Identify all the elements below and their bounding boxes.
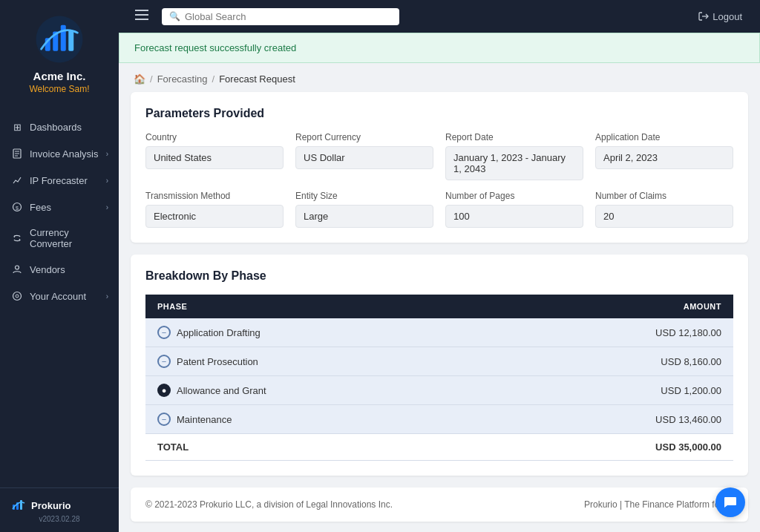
sidebar: Acme Inc. Welcome Sam! ⊞ Dashboards Invo… — [0, 0, 119, 532]
brand-logo-area: Prokurio — [10, 497, 108, 513]
sidebar-item-label: IP Forecaster — [30, 175, 88, 186]
breakdown-title: Breakdown By Phase — [145, 269, 733, 283]
forecaster-icon — [10, 174, 24, 187]
param-entity-size-value: Large — [295, 205, 433, 228]
param-transmission-method: Transmission Method Electronic — [145, 191, 284, 228]
welcome-text: Welcome Sam! — [29, 84, 89, 94]
breadcrumb-forecasting[interactable]: Forecasting — [157, 73, 208, 85]
parameters-title: Parameters Provided — [145, 107, 733, 120]
sidebar-item-label: Invoice Analysis — [30, 148, 99, 160]
param-entity-size-label: Entity Size — [295, 191, 433, 201]
sidebar-item-fees[interactable]: $ Fees › — [0, 194, 119, 220]
param-country: Country United States — [145, 132, 284, 180]
sidebar-item-label: Vendors — [30, 264, 65, 275]
param-transmission-value: Electronic — [145, 205, 284, 228]
logout-icon — [698, 11, 709, 22]
param-application-date: Application Date April 2, 2023 — [595, 132, 733, 180]
top-header: 🔍 Logout — [119, 0, 760, 33]
brand-name: Prokurio — [31, 500, 71, 511]
hamburger-menu-icon[interactable] — [131, 8, 153, 24]
param-report-date: Report Date January 1, 2023 - January 1,… — [445, 132, 583, 180]
phase-name: Maintenance — [177, 414, 232, 425]
sidebar-logo-area: Acme Inc. Welcome Sam! — [0, 0, 119, 109]
page-content: Forecast request successfully created 🏠 … — [119, 33, 760, 532]
page-footer: © 2021-2023 Prokurio LLC, a division of … — [131, 487, 748, 522]
breakdown-table: PHASE AMOUNT − Application Drafting USD … — [145, 295, 733, 461]
logout-button[interactable]: Logout — [692, 8, 748, 25]
phase-name: Application Drafting — [177, 327, 261, 338]
param-report-currency-value: US Dollar — [295, 146, 433, 169]
phase-icon-app-drafting: − — [157, 326, 171, 339]
chevron-right-icon: › — [106, 150, 108, 158]
sidebar-item-vendors[interactable]: Vendors — [0, 256, 119, 283]
sidebar-item-label: Dashboards — [30, 122, 82, 133]
invoice-icon — [10, 147, 24, 160]
success-message: Forecast request successfully created — [134, 42, 296, 53]
chat-icon — [723, 495, 738, 510]
param-country-value: United States — [145, 146, 284, 169]
search-input[interactable] — [185, 11, 392, 22]
phase-name-cell: ● Allowance and Grant — [145, 376, 496, 405]
phase-icon-allowance: ● — [157, 384, 171, 397]
sidebar-nav: ⊞ Dashboards Invoice Analysis › IP Forec… — [0, 109, 119, 487]
sidebar-item-label: Fees — [30, 202, 51, 213]
account-icon — [10, 289, 24, 303]
svg-rect-3 — [61, 25, 66, 51]
phase-amount-cell: USD 8,160.00 — [496, 347, 733, 376]
col-phase: PHASE — [145, 295, 496, 318]
brand-icon — [10, 497, 27, 513]
param-application-date-value: April 2, 2023 — [595, 146, 733, 169]
svg-rect-4 — [68, 30, 73, 51]
sidebar-item-label: Currency Converter — [30, 227, 108, 249]
footer-right-text: Prokurio | The Finance Platform for IP — [584, 499, 733, 510]
param-claims-label: Number of Claims — [595, 191, 733, 201]
chevron-right-icon: › — [106, 203, 108, 211]
phase-name: Allowance and Grant — [177, 385, 266, 396]
sidebar-item-your-account[interactable]: Your Account › — [0, 283, 119, 309]
sidebar-item-currency-converter[interactable]: Currency Converter — [0, 220, 119, 256]
svg-text:$: $ — [16, 206, 19, 211]
svg-point-0 — [36, 16, 83, 63]
phase-amount-cell: USD 12,180.00 — [496, 318, 733, 347]
currency-icon — [10, 231, 24, 245]
param-report-currency: Report Currency US Dollar — [295, 132, 433, 180]
table-row: − Maintenance USD 13,460.00 — [145, 405, 733, 434]
logout-label: Logout — [712, 11, 742, 22]
phase-icon-maintenance: − — [157, 413, 171, 426]
param-report-date-label: Report Date — [445, 132, 583, 142]
param-pages-value: 100 — [445, 205, 583, 228]
breadcrumb-current: Forecast Request — [219, 73, 295, 85]
table-row: − Application Drafting USD 12,180.00 — [145, 318, 733, 347]
table-total-row: TOTAL USD 35,000.00 — [145, 434, 733, 461]
sidebar-item-dashboards[interactable]: ⊞ Dashboards — [0, 114, 119, 140]
company-name: Acme Inc. — [33, 70, 86, 82]
phase-name: Patent Prosecution — [177, 356, 258, 367]
dashboards-icon: ⊞ — [10, 120, 24, 134]
param-pages-label: Number of Pages — [445, 191, 583, 201]
phase-name-cell: − Application Drafting — [145, 318, 496, 347]
sidebar-item-ip-forecaster[interactable]: IP Forecaster › — [0, 167, 119, 194]
param-report-date-value: January 1, 2023 - January 1, 2043 — [445, 146, 583, 180]
home-icon[interactable]: 🏠 — [134, 73, 145, 85]
total-amount: USD 35,000.00 — [496, 434, 733, 461]
param-transmission-label: Transmission Method — [145, 191, 284, 201]
chevron-right-icon: › — [106, 177, 108, 185]
phase-amount-cell: USD 1,200.00 — [496, 376, 733, 405]
search-bar[interactable]: 🔍 — [162, 8, 399, 25]
parameters-grid: Country United States Report Currency US… — [145, 132, 733, 228]
parameters-card: Parameters Provided Country United State… — [131, 92, 748, 243]
app-logo-icon — [33, 13, 85, 65]
chat-bubble-button[interactable] — [715, 487, 745, 517]
param-pages: Number of Pages 100 — [445, 191, 583, 228]
param-entity-size: Entity Size Large — [295, 191, 433, 228]
breadcrumb: 🏠 / Forecasting / Forecast Request — [119, 63, 760, 92]
table-row: ● Allowance and Grant USD 1,200.00 — [145, 376, 733, 405]
chevron-right-icon: › — [106, 292, 108, 301]
table-row: − Patent Prosecution USD 8,160.00 — [145, 347, 733, 376]
footer-left-text: © 2021-2023 Prokurio LLC, a division of … — [145, 499, 393, 510]
phase-amount-cell: USD 13,460.00 — [496, 405, 733, 434]
success-banner: Forecast request successfully created — [119, 33, 760, 63]
svg-rect-18 — [20, 500, 22, 510]
sidebar-item-invoice-analysis[interactable]: Invoice Analysis › — [0, 140, 119, 167]
svg-point-15 — [16, 295, 19, 298]
